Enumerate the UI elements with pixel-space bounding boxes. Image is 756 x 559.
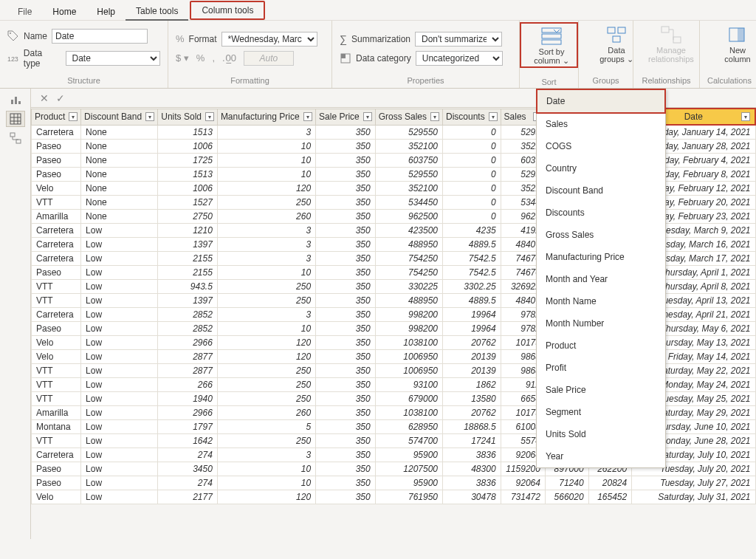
svg-rect-3 <box>341 54 346 58</box>
svg-rect-8 <box>618 27 625 33</box>
dropdown-item[interactable]: Sales <box>537 113 665 135</box>
group-relationships-label: Relationships <box>641 76 692 85</box>
summarization-select[interactable]: Don't summarize <box>415 32 502 47</box>
filter-dropdown-icon[interactable]: ▾ <box>430 112 439 121</box>
svg-rect-19 <box>16 140 21 143</box>
percent-icon[interactable]: % <box>196 52 205 64</box>
group-sort-label: Sort <box>520 78 578 86</box>
dropdown-item[interactable]: Sale Price <box>537 379 665 401</box>
datatype-label: Data type <box>24 48 61 69</box>
cancel-formula-icon[interactable]: ✕ <box>40 92 49 104</box>
model-view-icon[interactable] <box>6 130 25 146</box>
report-view-icon[interactable] <box>6 92 25 108</box>
svg-rect-17 <box>10 114 21 124</box>
format-icon: % <box>176 33 185 44</box>
manage-relationships-button[interactable]: Managerelationships <box>641 24 701 64</box>
dropdown-item[interactable]: Units Sold <box>537 423 665 445</box>
currency-icon[interactable]: $ ▾ <box>176 52 189 64</box>
datacategory-label: Data category <box>356 53 411 64</box>
column-header[interactable]: Discount Band▾ <box>81 109 158 125</box>
svg-rect-7 <box>608 27 615 33</box>
svg-rect-18 <box>10 133 15 137</box>
filter-dropdown-icon[interactable]: ▾ <box>489 112 498 121</box>
svg-rect-13 <box>738 28 744 41</box>
dropdown-item[interactable]: Profit <box>537 357 665 379</box>
svg-rect-11 <box>673 37 681 43</box>
svg-rect-16 <box>18 101 21 104</box>
dropdown-item[interactable]: Gross Sales <box>537 224 665 246</box>
menubar: File Home Help Table tools Column tools <box>0 0 756 21</box>
sort-by-column-dropdown[interactable]: DateSalesCOGSCountryDiscount BandDiscoun… <box>536 89 666 468</box>
chevron-down-icon: ⌄ <box>563 56 569 65</box>
auto-decimals[interactable]: Auto <box>244 51 294 66</box>
category-icon <box>340 52 351 64</box>
dropdown-item[interactable]: Month and Year <box>537 268 665 290</box>
name-input[interactable] <box>52 29 148 44</box>
filter-dropdown-icon[interactable]: ▾ <box>145 112 154 121</box>
view-switcher <box>0 89 31 539</box>
filter-dropdown-icon[interactable]: ▾ <box>363 112 372 121</box>
chevron-down-icon: ⌄ <box>627 55 633 64</box>
dropdown-item[interactable]: Segment <box>537 401 665 423</box>
table-row[interactable]: VeloLow217712035076195030478731472566020… <box>32 490 756 504</box>
commit-formula-icon[interactable]: ✓ <box>56 92 65 104</box>
dropdown-item[interactable]: Product <box>537 335 665 357</box>
dropdown-item[interactable]: Month Number <box>537 312 665 335</box>
format-label: Format <box>189 34 217 44</box>
dropdown-item[interactable]: Country <box>537 157 665 179</box>
group-structure-label: Structure <box>7 76 160 85</box>
menu-file[interactable]: File <box>7 4 42 20</box>
group-calculations-label: Calculations <box>707 76 749 85</box>
svg-text:123: 123 <box>7 55 18 62</box>
menu-column-tools[interactable]: Column tools <box>190 1 265 20</box>
dropdown-item[interactable]: Discounts <box>537 202 665 224</box>
dropdown-item[interactable]: Year <box>537 445 665 467</box>
svg-rect-9 <box>613 36 620 42</box>
name-label: Name <box>24 31 47 41</box>
menu-help[interactable]: Help <box>86 4 126 20</box>
svg-rect-5 <box>542 34 561 38</box>
column-header[interactable]: Discounts▾ <box>443 109 501 125</box>
svg-point-0 <box>10 32 11 34</box>
ribbon: Name 123 Data type Date Structure % Form… <box>0 21 756 89</box>
filter-dropdown-icon[interactable]: ▾ <box>205 112 214 121</box>
datacategory-select[interactable]: Uncategorized <box>416 51 503 66</box>
data-view-icon[interactable] <box>6 111 25 127</box>
dropdown-item[interactable]: Manufacturing Price <box>537 246 665 268</box>
menu-table-tools[interactable]: Table tools <box>126 3 188 21</box>
group-groups-label: Groups <box>586 76 625 85</box>
filter-dropdown-icon[interactable]: ▾ <box>69 112 78 121</box>
column-header[interactable]: Product▾ <box>32 109 81 125</box>
group-formatting-label: Formatting <box>176 76 324 85</box>
tag-icon <box>7 30 19 42</box>
group-properties-label: Properties <box>340 76 512 85</box>
filter-dropdown-icon[interactable]: ▾ <box>741 112 750 121</box>
datatype-icon: 123 <box>7 52 19 64</box>
svg-rect-15 <box>15 97 17 104</box>
table-row[interactable]: PaseoLow27410350959003836920647124020824… <box>32 476 756 490</box>
column-header[interactable]: Sale Price▾ <box>316 109 376 125</box>
datatype-select[interactable]: Date <box>66 51 160 66</box>
svg-rect-6 <box>542 40 561 44</box>
dropdown-item[interactable]: Month Name <box>537 290 665 312</box>
svg-rect-4 <box>542 28 561 32</box>
dropdown-item[interactable]: COGS <box>537 135 665 157</box>
format-select[interactable]: *Wednesday, Marc… <box>221 32 317 47</box>
filter-dropdown-icon[interactable]: ▾ <box>303 112 312 121</box>
dropdown-item[interactable]: Discount Band <box>537 179 665 202</box>
column-header[interactable]: Units Sold▾ <box>158 109 218 125</box>
column-header[interactable]: Gross Sales▾ <box>375 109 442 125</box>
sort-by-column-button[interactable]: Sort bycolumn ⌄ <box>521 25 582 65</box>
decimal-icon[interactable]: .0̲0 <box>222 52 236 64</box>
summarization-label: Summarization <box>351 34 410 44</box>
svg-rect-10 <box>662 27 669 32</box>
comma-icon[interactable]: , <box>212 52 215 64</box>
new-column-button[interactable]: Newcolumn <box>707 24 756 64</box>
dropdown-item[interactable]: Date <box>536 89 666 114</box>
column-header[interactable]: Manufacturing Price▾ <box>217 109 315 125</box>
menu-home[interactable]: Home <box>42 4 86 20</box>
svg-rect-14 <box>11 100 13 104</box>
summarization-sigma-icon: ∑ <box>340 33 347 45</box>
